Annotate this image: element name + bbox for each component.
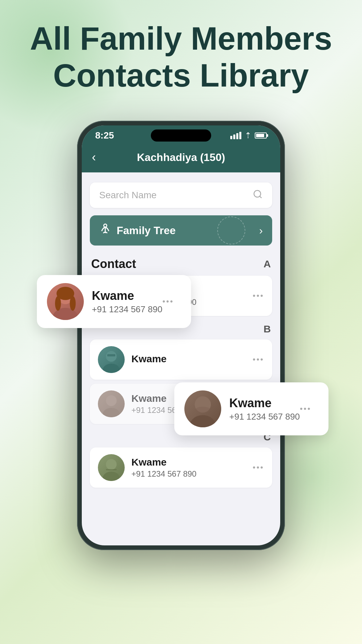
search-placeholder: Search Name bbox=[99, 190, 253, 201]
dynamic-island bbox=[151, 129, 211, 142]
svg-point-5 bbox=[254, 190, 261, 197]
phone-mockup: Kwame +91 1234 567 890 ••• 8:25 ⇡ bbox=[77, 121, 285, 550]
section-letter-b: B bbox=[263, 323, 271, 335]
float-phone-right: +91 1234 567 890 bbox=[229, 412, 300, 422]
svg-point-16 bbox=[106, 459, 117, 470]
svg-point-21 bbox=[195, 407, 210, 413]
svg-point-20 bbox=[190, 415, 216, 427]
hero-title: All Family Members Contacts Library bbox=[0, 20, 362, 94]
contact-phone-c1: +91 1234 567 890 bbox=[131, 469, 253, 479]
wifi-icon: ⇡ bbox=[245, 131, 251, 140]
contact-info-c1: Kwame +91 1234 567 890 bbox=[131, 457, 253, 479]
contact-item-b1[interactable]: Kwame ••• bbox=[90, 339, 272, 380]
svg-point-1 bbox=[53, 308, 78, 320]
float-avatar-right bbox=[184, 390, 221, 427]
float-avatar-left bbox=[47, 283, 84, 320]
dots-menu-b1[interactable]: ••• bbox=[253, 355, 264, 364]
hero-heading: All Family Members Contacts Library bbox=[27, 20, 335, 94]
tree-icon bbox=[99, 223, 111, 238]
family-tree-label: Family Tree bbox=[117, 224, 259, 237]
contact-item-c1[interactable]: Kwame +91 1234 567 890 ••• bbox=[90, 447, 272, 488]
section-letter-a: A bbox=[263, 258, 271, 270]
contact-section-title: Contact bbox=[91, 257, 136, 271]
status-time: 8:25 bbox=[95, 130, 114, 141]
family-tree-button[interactable]: Family Tree › bbox=[90, 215, 272, 246]
avatar-b1 bbox=[98, 346, 125, 373]
contact-info-b1: Kwame bbox=[131, 353, 253, 366]
float-name-right: Kwame bbox=[229, 396, 300, 410]
svg-rect-18 bbox=[106, 469, 117, 470]
search-icon[interactable] bbox=[253, 189, 263, 202]
signal-icon bbox=[230, 132, 241, 139]
avatar-c1 bbox=[98, 454, 125, 481]
float-info-right: Kwame +91 1234 567 890 bbox=[229, 396, 300, 422]
svg-point-14 bbox=[106, 395, 117, 406]
float-card-left[interactable]: Kwame +91 1234 567 890 ••• bbox=[37, 275, 191, 328]
float-card-right[interactable]: Kwame +91 1234 567 890 ••• bbox=[174, 382, 328, 435]
svg-point-4 bbox=[70, 296, 76, 311]
svg-point-12 bbox=[103, 364, 120, 373]
svg-point-3 bbox=[55, 296, 61, 311]
avatar-b2 bbox=[98, 390, 125, 417]
float-name-left: Kwame bbox=[92, 289, 162, 303]
svg-line-6 bbox=[260, 196, 261, 198]
dots-menu-c1[interactable]: ••• bbox=[253, 463, 264, 472]
float-phone-left: +91 1234 567 890 bbox=[92, 304, 162, 315]
phone-frame: 8:25 ⇡ ‹ Kachhadiya (150) bbox=[77, 121, 285, 550]
float-dots-right[interactable]: ••• bbox=[300, 404, 311, 414]
contact-name-c1: Kwame bbox=[131, 457, 253, 468]
chevron-right-icon: › bbox=[259, 224, 263, 237]
nav-title: Kachhadiya (150) bbox=[137, 151, 225, 164]
nav-bar: ‹ Kachhadiya (150) bbox=[82, 146, 280, 172]
section-header-a: Contact A bbox=[90, 254, 272, 276]
svg-point-7 bbox=[104, 224, 107, 227]
phone-screen: 8:25 ⇡ ‹ Kachhadiya (150) bbox=[82, 125, 280, 545]
float-dots-left[interactable]: ••• bbox=[162, 297, 174, 306]
svg-rect-13 bbox=[107, 354, 115, 356]
battery-icon bbox=[255, 132, 267, 139]
float-info-left: Kwame +91 1234 567 890 bbox=[92, 289, 162, 315]
dots-menu-a1[interactable]: ••• bbox=[253, 291, 264, 301]
search-bar[interactable]: Search Name bbox=[90, 182, 272, 208]
back-button[interactable]: ‹ bbox=[92, 150, 96, 164]
contact-name-b1: Kwame bbox=[131, 353, 253, 365]
status-bar: 8:25 ⇡ bbox=[82, 125, 280, 146]
status-icons: ⇡ bbox=[230, 131, 267, 140]
content-area: Search Name bbox=[82, 172, 280, 498]
svg-point-17 bbox=[103, 472, 120, 481]
svg-point-11 bbox=[106, 351, 117, 362]
svg-point-15 bbox=[103, 408, 120, 417]
